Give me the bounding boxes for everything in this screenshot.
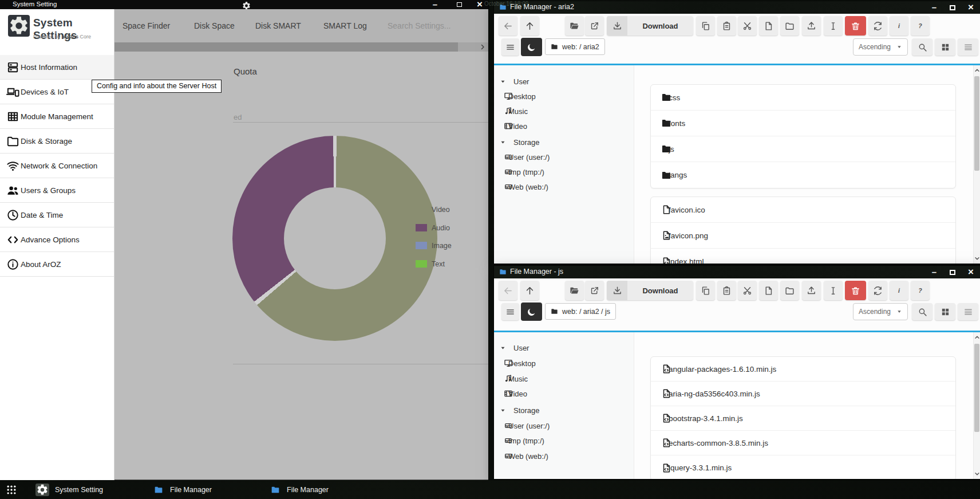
tab-disk-space[interactable]: Disk Space <box>194 9 235 42</box>
fm-darkmode-button[interactable] <box>521 302 542 321</box>
fm-new-file-button[interactable] <box>759 16 778 36</box>
fm-grid-view-button[interactable] <box>935 303 955 320</box>
file-row-favicon-ico[interactable]: favicon.ico <box>651 197 955 223</box>
sidebar-item-disk-storage[interactable]: Disk & Storage <box>0 129 114 154</box>
tree-item-music[interactable]: Music <box>494 105 528 117</box>
tree-item-user-drive[interactable]: User (user:/) <box>494 420 550 431</box>
scroll-up-icon[interactable] <box>974 68 980 73</box>
scroll-down-icon[interactable] <box>974 256 980 261</box>
fm-download-button[interactable]: Download <box>607 16 693 36</box>
fm-sort-dropdown[interactable]: Ascending <box>853 303 908 320</box>
file-row-favicon-png[interactable]: favicon.png <box>651 223 955 249</box>
fm-open-new-button[interactable] <box>585 16 604 36</box>
fm-properties-button[interactable]: i <box>890 281 908 300</box>
fm-search-button[interactable] <box>912 38 932 56</box>
fm-rename-button[interactable] <box>824 281 843 300</box>
sidebar-item-date-time[interactable]: Date & Time <box>0 203 114 227</box>
tree-item-web-drive[interactable]: Web (web:/) <box>494 450 548 462</box>
fm-properties-button[interactable]: i <box>890 16 908 36</box>
fm-cut-button[interactable] <box>738 281 757 300</box>
tree-item-desktop[interactable]: Desktop <box>494 91 536 102</box>
fm-breadcrumb[interactable]: web: / aria2 / js <box>545 303 616 320</box>
fm-menu-button[interactable] <box>501 38 519 56</box>
scrollbar-thumb[interactable] <box>974 344 979 432</box>
file-row-jquery[interactable]: jquery-3.3.1.min.js <box>651 455 955 479</box>
scroll-up-icon[interactable] <box>974 335 980 340</box>
settings-search-input[interactable]: Search Settings... <box>388 9 451 42</box>
fm-search-button[interactable] <box>912 303 932 320</box>
tree-item-video[interactable]: Video <box>494 120 527 132</box>
tab-smart-log[interactable]: SMART Log <box>323 9 367 42</box>
sidebar-item-about-aroz[interactable]: About ArOZ <box>0 252 114 277</box>
fm-back-button[interactable] <box>499 281 517 300</box>
file-row-langs[interactable]: langs <box>651 162 955 188</box>
fm-sort-dropdown[interactable]: Ascending <box>853 38 908 56</box>
fm-help-button[interactable]: ? <box>911 16 930 36</box>
file-row-angular[interactable]: angular-packages-1.6.10.min.js <box>651 357 955 382</box>
sidebar-item-host-information[interactable]: Host Information <box>0 55 114 80</box>
taskbar-item-system-setting[interactable]: System Setting <box>35 480 103 499</box>
fm-new-folder-button[interactable] <box>780 16 799 36</box>
tree-section-storage[interactable]: Storage <box>494 404 540 416</box>
sidebar-item-users-groups[interactable]: Users & Groups <box>0 178 114 203</box>
fm-refresh-button[interactable] <box>868 16 887 36</box>
fm-breadcrumb[interactable]: web: / aria2 <box>545 38 605 55</box>
system-settings-titlebar[interactable]: System Setting – × <box>0 0 488 9</box>
fm-upload-button[interactable] <box>802 281 821 300</box>
fm-list-view-button[interactable] <box>958 38 978 56</box>
fm-up-button[interactable] <box>520 16 539 36</box>
legend-item-image[interactable]: Image <box>411 241 452 250</box>
fm-darkmode-button[interactable] <box>521 38 542 56</box>
fm-paste-button[interactable] <box>717 16 736 36</box>
fm2-titlebar[interactable]: File Manager - js – × <box>494 266 980 278</box>
fm-paste-button[interactable] <box>717 281 736 300</box>
fm-open-button[interactable] <box>565 16 584 36</box>
fm-back-button[interactable] <box>499 16 517 36</box>
tree-section-user[interactable]: User <box>494 76 529 87</box>
legend-item-text[interactable]: Text <box>411 260 445 268</box>
legend-item-video[interactable]: Video <box>411 205 450 214</box>
fm-copy-button[interactable] <box>696 16 715 36</box>
scroll-down-icon[interactable] <box>974 471 980 477</box>
fm-upload-button[interactable] <box>802 16 821 36</box>
fm-open-new-button[interactable] <box>585 281 604 300</box>
file-row-aria-ng[interactable]: aria-ng-da5356c403.min.js <box>651 382 955 406</box>
fm1-titlebar[interactable]: File Manager - aria2 – × <box>494 1 980 14</box>
fm1-scrollbar[interactable] <box>973 65 980 264</box>
minimize-button[interactable]: – <box>929 2 939 13</box>
fm-rename-button[interactable] <box>824 16 843 36</box>
fm-new-folder-button[interactable] <box>780 281 799 300</box>
sidebar-item-advance-options[interactable]: Advance Options <box>0 227 114 252</box>
file-row-css[interactable]: css <box>651 85 955 111</box>
tree-item-video[interactable]: Video <box>494 388 527 399</box>
close-button[interactable]: × <box>475 0 484 9</box>
fm-cut-button[interactable] <box>738 16 757 36</box>
tree-item-desktop[interactable]: Desktop <box>494 357 536 369</box>
taskbar-item-file-manager-2[interactable]: File Manager <box>270 480 329 499</box>
tree-item-user-drive[interactable]: User (user:/) <box>494 151 550 163</box>
file-row-js[interactable]: js <box>651 136 955 162</box>
fm-download-button[interactable]: Download <box>607 281 693 300</box>
tree-item-tmp-drive[interactable]: tmp (tmp:/) <box>494 166 544 178</box>
minimize-button[interactable]: – <box>929 267 939 277</box>
tree-section-user[interactable]: User <box>494 342 529 353</box>
close-button[interactable]: × <box>966 2 976 13</box>
sidebar-item-module-management[interactable]: Module Management <box>0 104 114 129</box>
app-launcher-button[interactable] <box>6 480 17 499</box>
sidebar-item-network-connection[interactable]: Network & Connection <box>0 154 114 178</box>
tab-scrollbar-thumb[interactable] <box>114 42 458 52</box>
maximize-button[interactable] <box>947 2 958 13</box>
fm-up-button[interactable] <box>520 281 539 300</box>
fm-refresh-button[interactable] <box>868 281 887 300</box>
tree-item-tmp-drive[interactable]: tmp (tmp:/) <box>494 435 544 446</box>
file-row-bootstrap[interactable]: bootstrap-3.4.1.min.js <box>651 406 955 431</box>
fm2-scrollbar[interactable] <box>973 332 980 479</box>
fm-copy-button[interactable] <box>696 281 715 300</box>
fm-grid-view-button[interactable] <box>935 38 955 56</box>
fm-delete-button[interactable] <box>845 281 866 300</box>
tab-space-finder[interactable]: Space Finder <box>122 9 170 42</box>
fm-list-view-button[interactable] <box>958 303 978 320</box>
file-row-index-html[interactable]: index.html <box>651 249 955 264</box>
fm-delete-button[interactable] <box>845 16 866 36</box>
close-button[interactable]: × <box>966 267 976 277</box>
